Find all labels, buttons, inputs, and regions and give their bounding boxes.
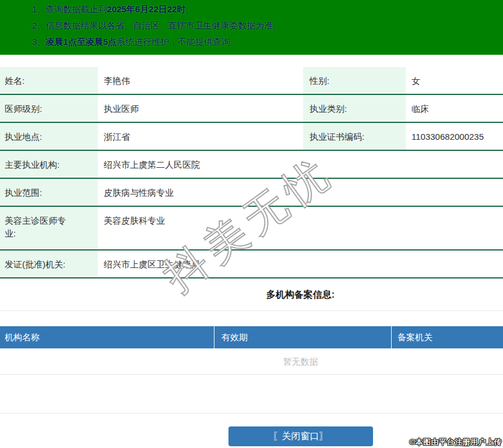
practice-location-value: 浙江省 bbox=[98, 123, 303, 150]
issuing-authority-value: 绍兴市上虞区卫生健康局 bbox=[98, 251, 503, 277]
org-table-header: 机构名称 有效期 备案机关 bbox=[0, 326, 503, 348]
table-row: 发证(批准)机关: 绍兴市上虞区卫生健康局 bbox=[0, 251, 503, 278]
notice-1-bold: 2025年6月22日22时 bbox=[107, 4, 185, 14]
practice-location-label: 执业地点: bbox=[0, 123, 98, 150]
notice-banner: 1、查询数据截止到2025年6月22日22时; 2、信息数据结果以各省、自治区、… bbox=[0, 0, 503, 55]
table-row: 执业地点: 浙江省 执业证书编码: 110330682000235 bbox=[0, 123, 503, 151]
divider bbox=[0, 413, 503, 414]
notice-1-text: 查询数据截止到 bbox=[45, 4, 107, 14]
multi-org-section-title: 多机构备案信息: bbox=[0, 287, 503, 303]
table-row: 姓名: 李艳伟 性别: 女 bbox=[0, 67, 503, 95]
divider bbox=[0, 311, 503, 311]
practice-scope-label: 执业范围: bbox=[0, 179, 98, 206]
validity-period-column-header: 有效期 bbox=[214, 326, 392, 348]
org-name-column-header: 机构名称 bbox=[0, 326, 214, 348]
gender-label: 性别: bbox=[303, 67, 406, 94]
notice-line-2: 2、信息数据结果以各省、自治区、直辖市卫生健康委数据为准; bbox=[32, 17, 497, 34]
notice-line-3: 3、凌晨1点至凌晨5点系统进行维护，不能提供查询。 bbox=[32, 34, 497, 50]
record-authority-column-header: 备案机关 bbox=[392, 326, 503, 348]
main-institution-label: 主要执业机构: bbox=[0, 151, 98, 178]
doctor-level-value: 执业医师 bbox=[98, 95, 303, 122]
name-label: 姓名: bbox=[0, 67, 98, 94]
cosmetic-specialty-label: 美容主诊医师专业: bbox=[0, 207, 98, 249]
practice-category-label: 执业类别: bbox=[303, 95, 406, 122]
cosmetic-specialty-value: 美容皮肤科专业 bbox=[98, 207, 503, 249]
notice-2-number: 2、 bbox=[32, 20, 45, 30]
main-institution-value: 绍兴市上虞第二人民医院 bbox=[98, 151, 503, 178]
table-row: 执业范围: 皮肤病与性病专业 bbox=[0, 179, 503, 207]
notice-3-number: 3、 bbox=[32, 37, 45, 47]
table-row: 医师级别: 执业医师 执业类别: 临床 bbox=[0, 95, 503, 123]
query-result-page: 1、查询数据截止到2025年6月22日22时; 2、信息数据结果以各省、自治区、… bbox=[0, 0, 503, 448]
certificate-number-value: 110330682000235 bbox=[406, 123, 503, 150]
issuing-authority-label: 发证(批准)机关: bbox=[0, 251, 98, 277]
certificate-number-label: 执业证书编码: bbox=[303, 123, 406, 150]
close-window-button[interactable]: 〖关闭窗口〗 bbox=[228, 426, 373, 446]
org-table-empty-state: 暂无数据 bbox=[0, 348, 503, 375]
name-value: 李艳伟 bbox=[98, 67, 303, 94]
practice-scope-value: 皮肤病与性病专业 bbox=[98, 179, 503, 206]
doctor-level-label: 医师级别: bbox=[0, 95, 98, 122]
notice-1-number: 1、 bbox=[32, 4, 45, 14]
practice-category-value: 临床 bbox=[406, 95, 503, 122]
table-row: 美容主诊医师专业: 美容皮肤科专业 bbox=[0, 207, 503, 251]
notice-2-text: 信息数据结果以各省、自治区、直辖市卫生健康委数据为准; bbox=[45, 20, 275, 30]
notice-3-suffix: 系统进行维护，不能提供查询。 bbox=[117, 37, 239, 47]
gender-value: 女 bbox=[406, 67, 503, 94]
table-row: 主要执业机构: 绍兴市上虞第二人民医院 bbox=[0, 151, 503, 179]
doctor-info-table: 姓名: 李艳伟 性别: 女 医师级别: 执业医师 执业类别: 临床 执业地点: … bbox=[0, 67, 503, 278]
notice-line-1: 1、查询数据截止到2025年6月22日22时; bbox=[32, 1, 497, 17]
notice-1-suffix: ; bbox=[185, 4, 188, 14]
notice-3-bold: 凌晨1点至凌晨5点 bbox=[45, 37, 117, 47]
copyright-watermark-text: ©本图由平台注册用户上传 bbox=[409, 437, 502, 447]
